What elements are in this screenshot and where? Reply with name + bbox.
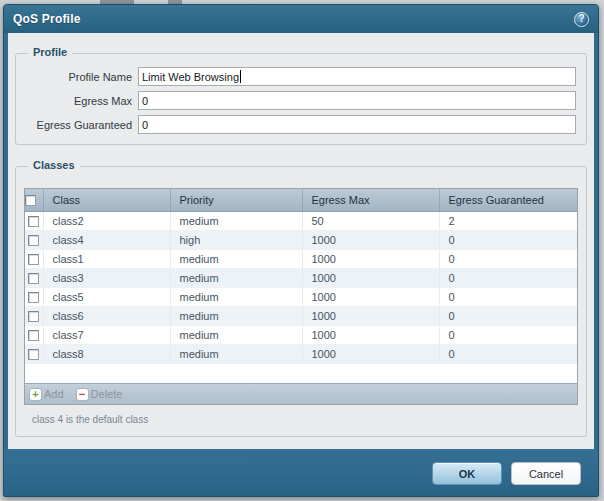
dialog-title: QoS Profile <box>13 12 81 26</box>
delete-button[interactable]: − Delete <box>76 388 123 401</box>
row-checkbox-cell <box>25 212 43 231</box>
ok-button[interactable]: OK <box>432 462 502 485</box>
table-row[interactable]: class6medium10000 <box>25 307 577 326</box>
cell-priority: medium <box>170 250 302 269</box>
cell-class: class8 <box>43 345 170 364</box>
row-checkbox[interactable] <box>28 330 39 341</box>
row-checkbox-cell <box>25 269 43 288</box>
column-header-priority[interactable]: Priority <box>170 189 302 211</box>
classes-grid-header: Class Priority Egress Max Egress Guarant… <box>25 189 577 212</box>
table-row[interactable]: class4high10000 <box>25 231 577 250</box>
cell-priority: medium <box>170 326 302 345</box>
cell-class: class5 <box>43 288 170 307</box>
profile-name-row: Profile Name Limit Web Browsing <box>16 67 576 86</box>
classes-grid-body: class2medium502class4high10000class1medi… <box>25 212 577 384</box>
cell-egress-max: 1000 <box>302 307 439 326</box>
cell-class: class6 <box>43 307 170 326</box>
cell-egress-guaranteed: 0 <box>439 269 577 288</box>
row-checkbox-cell <box>25 250 43 269</box>
cell-egress-max: 1000 <box>302 288 439 307</box>
classes-legend: Classes <box>28 159 80 171</box>
add-button-label: Add <box>44 388 64 400</box>
profile-name-input[interactable]: Limit Web Browsing <box>138 67 576 86</box>
row-checkbox[interactable] <box>28 216 39 227</box>
egress-guaranteed-row: Egress Guaranteed 0 <box>16 115 576 134</box>
table-row[interactable]: class5medium10000 <box>25 288 577 307</box>
table-row[interactable]: class1medium10000 <box>25 250 577 269</box>
cell-class: class3 <box>43 269 170 288</box>
row-checkbox-cell <box>25 326 43 345</box>
classes-grid: Class Priority Egress Max Egress Guarant… <box>24 188 578 405</box>
classes-table-body: class2medium502class4high10000class1medi… <box>25 212 577 364</box>
cell-egress-max: 1000 <box>302 345 439 364</box>
row-checkbox[interactable] <box>28 254 39 265</box>
profile-name-value: Limit Web Browsing <box>142 71 239 83</box>
profile-name-label: Profile Name <box>16 71 138 83</box>
table-row[interactable]: class7medium10000 <box>25 326 577 345</box>
qos-profile-dialog: QoS Profile ? Profile Profile Name Limit… <box>3 4 599 497</box>
cell-egress-guaranteed: 2 <box>439 212 577 231</box>
row-checkbox-cell <box>25 307 43 326</box>
cell-priority: medium <box>170 345 302 364</box>
plus-icon: + <box>29 388 42 401</box>
cell-priority: high <box>170 231 302 250</box>
egress-guaranteed-input[interactable]: 0 <box>138 115 576 134</box>
row-checkbox[interactable] <box>28 349 39 360</box>
text-caret <box>240 70 241 83</box>
cell-priority: medium <box>170 269 302 288</box>
dialog-body: Profile Profile Name Limit Web Browsing … <box>8 33 594 449</box>
table-row[interactable]: class3medium10000 <box>25 269 577 288</box>
add-button[interactable]: + Add <box>29 388 64 401</box>
help-icon[interactable]: ? <box>574 12 589 27</box>
egress-max-input[interactable]: 0 <box>138 91 576 110</box>
row-checkbox-cell <box>25 288 43 307</box>
profile-legend: Profile <box>28 46 72 58</box>
classes-fieldset: Classes Class Priority Egress Max Egress… <box>15 166 587 437</box>
column-header-class[interactable]: Class <box>43 189 170 211</box>
select-all-checkbox[interactable] <box>25 195 36 206</box>
row-checkbox[interactable] <box>28 273 39 284</box>
table-row[interactable]: class2medium502 <box>25 212 577 231</box>
row-checkbox-cell <box>25 345 43 364</box>
cancel-button[interactable]: Cancel <box>511 462 581 485</box>
egress-guaranteed-value: 0 <box>142 119 148 131</box>
cell-egress-guaranteed: 0 <box>439 307 577 326</box>
cell-egress-max: 1000 <box>302 326 439 345</box>
cell-egress-guaranteed: 0 <box>439 288 577 307</box>
table-row[interactable]: class8medium10000 <box>25 345 577 364</box>
grid-toolbar: + Add − Delete <box>25 383 577 404</box>
dialog-titlebar: QoS Profile ? <box>4 5 598 33</box>
column-header-egress-max[interactable]: Egress Max <box>302 189 439 211</box>
egress-max-row: Egress Max 0 <box>16 91 576 110</box>
cell-class: class1 <box>43 250 170 269</box>
cell-class: class4 <box>43 231 170 250</box>
cell-egress-guaranteed: 0 <box>439 231 577 250</box>
cell-priority: medium <box>170 212 302 231</box>
row-checkbox-cell <box>25 231 43 250</box>
cell-egress-max: 1000 <box>302 269 439 288</box>
cell-class: class2 <box>43 212 170 231</box>
cell-egress-max: 1000 <box>302 231 439 250</box>
cell-class: class7 <box>43 326 170 345</box>
default-class-note: class 4 is the default class <box>32 414 571 425</box>
dialog-footer: OK Cancel <box>4 449 598 497</box>
egress-max-label: Egress Max <box>16 95 138 107</box>
select-all-header <box>25 189 43 211</box>
cell-egress-max: 1000 <box>302 250 439 269</box>
cell-egress-max: 50 <box>302 212 439 231</box>
profile-fieldset: Profile Profile Name Limit Web Browsing … <box>15 53 587 145</box>
egress-max-value: 0 <box>142 95 148 107</box>
cell-priority: medium <box>170 288 302 307</box>
egress-guaranteed-label: Egress Guaranteed <box>16 119 138 131</box>
cell-priority: medium <box>170 307 302 326</box>
cell-egress-guaranteed: 0 <box>439 326 577 345</box>
minus-icon: − <box>76 388 89 401</box>
row-checkbox[interactable] <box>28 292 39 303</box>
row-checkbox[interactable] <box>28 311 39 322</box>
cell-egress-guaranteed: 0 <box>439 250 577 269</box>
delete-button-label: Delete <box>91 388 123 400</box>
cell-egress-guaranteed: 0 <box>439 345 577 364</box>
row-checkbox[interactable] <box>28 235 39 246</box>
column-header-egress-guaranteed[interactable]: Egress Guaranteed <box>439 189 577 211</box>
